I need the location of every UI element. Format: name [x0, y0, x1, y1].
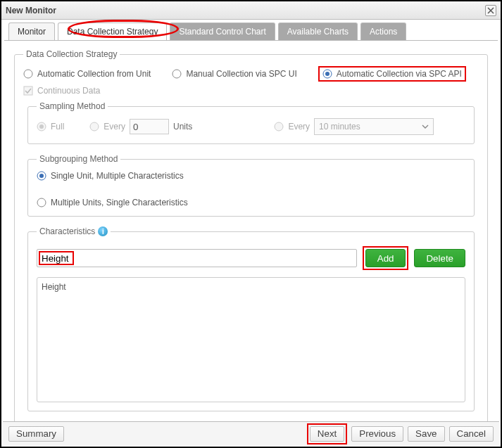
highlight-box-add: Add: [363, 246, 409, 270]
radio-label: Automatic Collection from Unit: [37, 69, 151, 79]
char-input-wrap: [37, 249, 357, 267]
legend-dcs: Data Collection Strategy: [23, 49, 120, 59]
characteristics-list[interactable]: Height: [37, 277, 465, 402]
svg-point-8: [275, 122, 283, 131]
svg-point-1: [172, 70, 181, 78]
sampling-interval-select: 10 minutes: [314, 118, 434, 135]
radio-label: Multiple Units, Single Characteristics: [51, 198, 188, 207]
characteristic-input[interactable]: [37, 249, 357, 267]
radio-label: Automatic Collection via SPC API: [337, 69, 462, 79]
tab-bar: Monitor Data Collection Strategy Standar…: [8, 23, 494, 40]
radio-auto-from-unit[interactable]: Automatic Collection from Unit: [23, 69, 151, 79]
tab-available-charts[interactable]: Available Charts: [278, 23, 358, 40]
highlight-box-auto-api: Automatic Collection via SPC API: [318, 66, 466, 82]
svg-rect-4: [24, 87, 32, 95]
save-button[interactable]: Save: [408, 426, 444, 442]
radio-icon: [322, 69, 332, 79]
characteristics-toolbar: Add Delete: [37, 246, 465, 270]
radio-icon: [37, 171, 46, 181]
radio-label: Every: [103, 122, 125, 132]
cancel-button[interactable]: Cancel: [449, 426, 494, 442]
radio-icon: [23, 69, 33, 79]
close-button[interactable]: [485, 5, 496, 16]
fieldset-sampling-method: Sampling Method Full Every: [27, 101, 475, 144]
radio-label: Manual Collection via SPC UI: [186, 69, 296, 79]
titlebar: New Monitor: [1, 1, 501, 20]
next-button[interactable]: Next: [310, 426, 344, 442]
legend-subgrouping: Subgrouping Method: [37, 154, 120, 164]
radio-auto-spc-api[interactable]: Automatic Collection via SPC API: [322, 69, 462, 79]
units-label: Units: [173, 122, 192, 132]
window-title: New Monitor: [6, 6, 56, 15]
svg-point-7: [90, 122, 99, 131]
sampling-count-input: [130, 119, 169, 134]
svg-point-10: [39, 174, 44, 178]
collection-mode-row: Automatic Collection from Unit Manual Co…: [23, 66, 479, 82]
tab-standard-control-chart[interactable]: Standard Control Chart: [170, 23, 275, 40]
radio-icon: [37, 122, 46, 132]
close-icon: [487, 7, 494, 14]
radio-multiple-units[interactable]: Multiple Units, Single Characteristics: [37, 198, 465, 207]
chevron-down-icon: [422, 123, 429, 130]
legend-text: Characteristics: [39, 226, 95, 236]
radio-sampling-every-units: Every Units: [89, 119, 192, 134]
dialog-window: New Monitor Monitor Data Collection Stra…: [0, 0, 502, 448]
tab-monitor[interactable]: Monitor: [8, 23, 55, 40]
svg-point-3: [325, 72, 330, 76]
radio-label: Full: [51, 122, 64, 132]
radio-single-unit[interactable]: Single Unit, Multiple Characteristics: [37, 171, 465, 181]
svg-point-11: [37, 198, 46, 207]
radio-label: Single Unit, Multiple Characteristics: [51, 171, 184, 181]
radio-label: Every: [288, 122, 310, 132]
add-button[interactable]: Add: [365, 249, 406, 267]
radio-sampling-every-interval: Every 10 minutes: [274, 118, 434, 135]
info-icon[interactable]: i: [98, 226, 108, 236]
checkbox-continuous-data: Continuous Data: [23, 86, 479, 96]
radio-manual-spc-ui[interactable]: Manual Collection via SPC UI: [172, 69, 296, 79]
list-item[interactable]: Height: [42, 281, 460, 293]
radio-icon: [274, 122, 284, 132]
summary-button[interactable]: Summary: [8, 426, 64, 442]
checkbox-label: Continuous Data: [37, 86, 100, 96]
fieldset-subgrouping-method: Subgrouping Method Single Unit, Multiple…: [27, 154, 475, 217]
delete-button[interactable]: Delete: [414, 249, 465, 267]
highlight-box-next: Next: [307, 423, 347, 444]
radio-sampling-full: Full: [37, 122, 64, 132]
tab-actions[interactable]: Actions: [360, 23, 406, 40]
radio-icon: [89, 122, 99, 132]
previous-button[interactable]: Previous: [351, 426, 403, 442]
legend-sampling: Sampling Method: [37, 101, 108, 111]
footer-bar: Summary Next Previous Save Cancel: [3, 421, 499, 445]
radio-icon: [37, 198, 46, 207]
tab-content: Data Collection Strategy Automatic Colle…: [4, 40, 498, 435]
svg-point-6: [39, 124, 44, 129]
svg-point-0: [24, 70, 32, 78]
radio-icon: [172, 69, 182, 79]
fieldset-data-collection-strategy: Data Collection Strategy Automatic Colle…: [14, 49, 488, 430]
fieldset-characteristics: Characteristics i Add Delete Height: [27, 226, 475, 411]
tab-data-collection-strategy[interactable]: Data Collection Strategy: [58, 23, 167, 40]
checkbox-icon: [23, 86, 33, 96]
legend-characteristics: Characteristics i: [37, 226, 111, 236]
select-value: 10 minutes: [319, 122, 360, 132]
